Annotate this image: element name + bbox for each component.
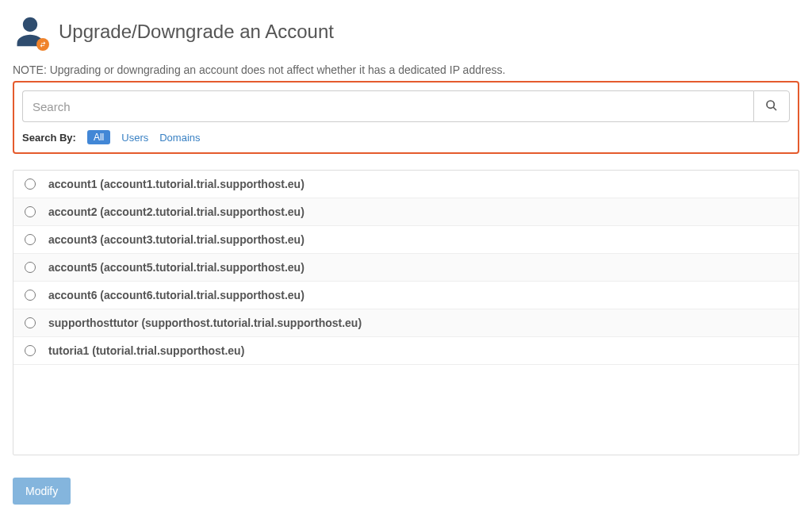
account-label: account6 (account6.tutorial.trial.suppor… xyxy=(48,289,304,301)
swap-badge-icon xyxy=(36,38,49,51)
account-row[interactable]: account3 (account3.tutorial.trial.suppor… xyxy=(13,226,799,254)
search-by-label: Search By: xyxy=(22,132,76,144)
account-radio[interactable] xyxy=(25,178,36,190)
svg-line-1 xyxy=(773,107,776,110)
account-label: account1 (account1.tutorial.trial.suppor… xyxy=(48,178,304,190)
account-upgrade-icon xyxy=(13,14,48,49)
account-label: supporthosttutor (supporthost.tutorial.t… xyxy=(48,317,362,329)
accounts-list: account1 (account1.tutorial.trial.suppor… xyxy=(13,170,799,455)
account-radio[interactable] xyxy=(25,317,36,328)
account-row[interactable]: account1 (account1.tutorial.trial.suppor… xyxy=(13,171,799,198)
account-row[interactable]: account2 (account2.tutorial.trial.suppor… xyxy=(13,198,799,226)
search-button[interactable] xyxy=(753,90,790,122)
note-text: NOTE: Upgrading or downgrading an accoun… xyxy=(13,63,799,76)
account-row[interactable]: account6 (account6.tutorial.trial.suppor… xyxy=(13,282,799,309)
search-row xyxy=(22,90,790,122)
account-label: account3 (account3.tutorial.trial.suppor… xyxy=(48,233,304,246)
account-label: account5 (account5.tutorial.trial.suppor… xyxy=(48,261,304,274)
search-tab-users[interactable]: Users xyxy=(121,132,148,144)
modify-button[interactable]: Modify xyxy=(13,478,71,505)
account-radio[interactable] xyxy=(25,290,36,301)
page-header: Upgrade/Downgrade an Account xyxy=(13,14,799,49)
account-radio[interactable] xyxy=(25,206,36,217)
account-label: account2 (account2.tutorial.trial.suppor… xyxy=(48,205,304,218)
search-by-row: Search By: All Users Domains xyxy=(22,130,790,144)
account-radio[interactable] xyxy=(25,262,36,273)
account-row[interactable]: account5 (account5.tutorial.trial.suppor… xyxy=(13,254,799,282)
svg-point-0 xyxy=(767,101,774,108)
account-row[interactable]: supporthosttutor (supporthost.tutorial.t… xyxy=(13,309,799,337)
search-tab-domains[interactable]: Domains xyxy=(159,132,200,144)
search-input[interactable] xyxy=(22,90,753,122)
account-label: tutoria1 (tutorial.trial.supporthost.eu) xyxy=(48,344,244,357)
search-panel: Search By: All Users Domains xyxy=(13,81,799,154)
search-icon xyxy=(765,99,778,114)
account-radio[interactable] xyxy=(25,234,36,245)
search-tab-all[interactable]: All xyxy=(87,130,110,144)
account-radio[interactable] xyxy=(25,345,36,356)
page-title: Upgrade/Downgrade an Account xyxy=(59,21,334,43)
account-row[interactable]: tutoria1 (tutorial.trial.supporthost.eu) xyxy=(13,337,799,365)
